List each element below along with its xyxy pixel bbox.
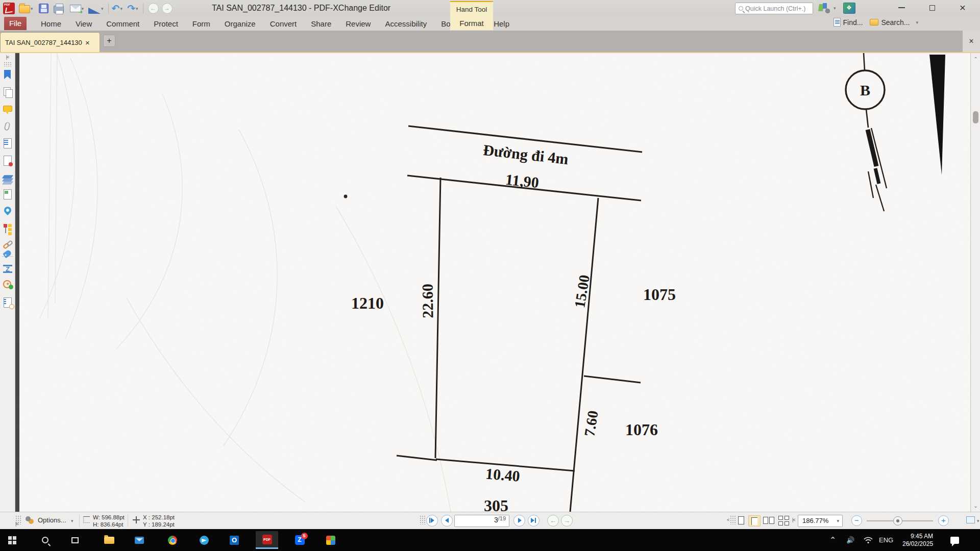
close-button[interactable]: ×	[951, 0, 974, 15]
view-forward-button[interactable]: →	[561, 515, 573, 527]
panel-drag-handle[interactable]	[4, 62, 12, 67]
app-icon[interactable]	[3, 3, 15, 14]
accessibility-check-icon[interactable]	[2, 297, 13, 308]
fullscreen-icon[interactable]	[966, 516, 975, 523]
find-button[interactable]: Find...	[843, 18, 863, 27]
chevron-down-icon[interactable]: ▾	[136, 6, 138, 11]
zoom-slider-knob[interactable]	[893, 516, 902, 525]
page-number-box[interactable]: 3/19	[454, 515, 509, 527]
chevron-down-icon[interactable]: ▾	[120, 6, 123, 11]
zoom-out-button[interactable]: −	[851, 515, 862, 526]
menu-file[interactable]: File	[4, 17, 27, 30]
menu-protect[interactable]: Protect	[146, 19, 185, 28]
mail-app-icon[interactable]	[128, 531, 151, 549]
zalo-icon[interactable]: Z5	[288, 531, 311, 549]
menu-view[interactable]: View	[68, 19, 99, 28]
session-manager-icon[interactable]	[843, 3, 855, 14]
vertical-scrollbar[interactable]: ⌃ ⌄	[970, 53, 980, 512]
print-icon[interactable]	[54, 6, 64, 13]
pdf-xchange-taskbar-icon[interactable]: PDF	[256, 531, 278, 549]
layers-icon[interactable]	[2, 173, 13, 185]
minimize-button[interactable]	[890, 0, 913, 15]
close-all-tabs-button[interactable]: ×	[963, 31, 980, 52]
menu-share[interactable]: Share	[304, 19, 338, 28]
signatures-icon[interactable]	[2, 155, 13, 166]
document-tab[interactable]: TAI SAN_002787_144130 ×	[0, 32, 100, 52]
scrollbar-thumb[interactable]	[973, 111, 978, 123]
chevron-down-icon[interactable]: ▾	[977, 518, 979, 523]
named-parts-icon[interactable]	[2, 249, 13, 260]
undo-icon[interactable]: ↶	[112, 4, 120, 14]
save-icon[interactable]	[39, 4, 48, 13]
thumbnails-icon[interactable]	[2, 87, 13, 98]
menu-comment[interactable]: Comment	[99, 19, 146, 28]
volume-icon[interactable]: 🔊	[846, 529, 854, 551]
previous-page-button[interactable]	[441, 515, 453, 527]
chevron-down-icon[interactable]: ▾	[834, 6, 836, 11]
start-button[interactable]	[1, 531, 23, 549]
next-page-button[interactable]	[513, 515, 525, 527]
zoom-level-select[interactable]: 186.77% ▾	[798, 515, 843, 527]
destinations-icon[interactable]	[2, 206, 13, 217]
clock[interactable]: 9:45 AM 26/02/2025	[902, 529, 933, 551]
file-explorer-icon[interactable]	[98, 531, 120, 549]
bookmarks-icon[interactable]	[2, 69, 13, 81]
quick-launch-box[interactable]	[735, 3, 813, 14]
first-page-button[interactable]	[426, 515, 438, 527]
four-page-layout-icon[interactable]	[778, 515, 791, 527]
menu-format[interactable]: Format	[450, 19, 493, 28]
language-indicator[interactable]: ENG	[879, 529, 893, 551]
menu-organize[interactable]: Organize	[217, 19, 263, 28]
hand-tool-context-tab[interactable]: Hand Tool Format	[450, 1, 493, 30]
split-document-icon[interactable]	[2, 263, 13, 274]
customize-toolbars-icon[interactable]	[819, 3, 830, 13]
two-page-layout-icon[interactable]	[763, 515, 776, 527]
view-back-button[interactable]: ←	[547, 515, 559, 527]
zoom-in-button[interactable]: +	[938, 515, 949, 526]
close-tab-icon[interactable]: ×	[85, 38, 90, 47]
chevron-down-icon[interactable]: ▾	[916, 20, 918, 25]
restore-button[interactable]	[921, 0, 943, 15]
search-button[interactable]: Search...	[881, 18, 910, 27]
scan-tool-icon[interactable]	[88, 8, 101, 14]
telegram-icon[interactable]	[193, 531, 215, 549]
tray-expand-icon[interactable]: ⌃	[829, 529, 836, 551]
menu-accessibility[interactable]: Accessibility	[378, 19, 434, 28]
fields-icon[interactable]	[2, 138, 13, 149]
pinned-app-icon[interactable]	[320, 531, 342, 549]
history-back-icon[interactable]: ←	[148, 3, 159, 14]
redo-icon[interactable]: ↷	[127, 4, 135, 14]
current-page[interactable]: 3	[494, 516, 498, 524]
collapse-icon[interactable]: <	[727, 517, 729, 522]
menu-home[interactable]: Home	[34, 19, 68, 28]
collapse-panel-icon[interactable]: |<	[0, 55, 15, 60]
open-icon[interactable]	[19, 5, 30, 13]
options-button[interactable]: Options...	[38, 516, 66, 524]
taskbar-search-icon[interactable]	[34, 531, 56, 549]
accessibility-icon[interactable]	[2, 280, 13, 291]
chrome-icon[interactable]	[161, 531, 184, 549]
menu-form[interactable]: Form	[185, 19, 217, 28]
attachments-icon[interactable]	[2, 121, 13, 132]
menu-convert[interactable]: Convert	[263, 19, 304, 28]
content-icon[interactable]	[2, 189, 13, 200]
pager-drag-handle[interactable]	[420, 515, 426, 524]
wifi-icon[interactable]	[864, 529, 873, 551]
comments-icon[interactable]	[2, 104, 13, 115]
collapse-icon[interactable]: |<	[792, 517, 795, 522]
task-view-icon[interactable]	[64, 531, 86, 549]
outlook-icon[interactable]: O	[223, 531, 246, 549]
pdf-page[interactable]: Đường đi 4m 11,90 22.60 15.00 7.60 10.40…	[19, 53, 970, 512]
collapse-icon[interactable]: |<	[15, 521, 18, 527]
fit-page-layout-icon[interactable]	[748, 515, 761, 527]
notifications-icon[interactable]	[950, 529, 959, 551]
chevron-down-icon[interactable]: ▾	[31, 6, 33, 11]
chevron-down-icon[interactable]: ▾	[101, 6, 104, 11]
single-page-layout-icon[interactable]	[737, 515, 747, 527]
history-forward-icon[interactable]: →	[162, 3, 173, 14]
menu-review[interactable]: Review	[338, 19, 378, 28]
new-tab-button[interactable]: +	[103, 35, 115, 47]
last-page-button[interactable]	[528, 515, 540, 527]
email-icon[interactable]	[70, 5, 81, 12]
scroll-up-icon[interactable]: ⌃	[971, 56, 980, 62]
